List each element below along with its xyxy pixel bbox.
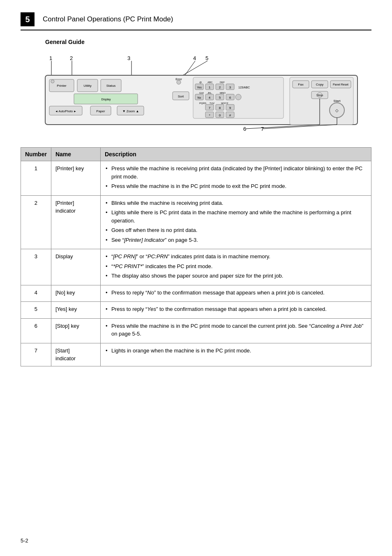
- list-item: Press to reply “Yes” to the confirmation…: [105, 305, 367, 313]
- svg-text:JKL: JKL: [208, 92, 212, 94]
- svg-text:Printer: Printer: [57, 84, 67, 88]
- svg-text:*: *: [209, 114, 210, 117]
- cell-name: [Yes] key: [51, 302, 100, 319]
- col-name: Name: [51, 148, 100, 161]
- svg-text:Panel Reset: Panel Reset: [333, 83, 348, 86]
- svg-text:DEF: DEF: [220, 81, 225, 83]
- control-panel-diagram: 1 2 3 4 5 Printer Utility Status: [37, 53, 371, 135]
- page-title: Control Panel Operations (PC Print Mode): [43, 15, 173, 23]
- svg-text:Fax: Fax: [298, 83, 303, 86]
- svg-text:Copy: Copy: [316, 83, 324, 86]
- chapter-number: 5: [21, 12, 35, 26]
- table-row: 6[Stop] keyPress while the machine is in…: [21, 318, 371, 343]
- table-row: 3Display“[PC PRN]” or “PC:PRN” indicates…: [21, 249, 371, 285]
- table-row: 7[Start]indicatorLights in orange when t…: [21, 343, 371, 366]
- svg-text:◄ Auto/Photo ►: ◄ Auto/Photo ►: [55, 110, 76, 113]
- svg-text:2: 2: [70, 55, 73, 61]
- svg-text:Paper: Paper: [96, 109, 105, 113]
- table-row: 1[Printer] keyPress while the machine is…: [21, 161, 371, 196]
- svg-text:@: @: [199, 81, 202, 83]
- svg-line-88: [263, 125, 337, 129]
- cell-description: Press to reply “Yes” to the confirmation…: [100, 302, 371, 319]
- list-item: See “[Printer] Indicator” on page 5-3.: [105, 236, 367, 244]
- cell-name: Display: [51, 249, 100, 285]
- list-item: Press to reply “No” to the confirmation …: [105, 289, 367, 297]
- svg-text:2: 2: [219, 86, 221, 89]
- svg-text:4: 4: [209, 96, 211, 100]
- cell-number: 7: [21, 343, 51, 366]
- list-item: “[PC PRN]” or “PC:PRN” indicates print d…: [105, 253, 367, 261]
- svg-line-86: [246, 125, 320, 129]
- table-row: 2[Printer]indicatorBlinks while the mach…: [21, 195, 371, 249]
- svg-text:1: 1: [49, 55, 52, 61]
- svg-text:Display: Display: [101, 98, 111, 101]
- list-item: Press while the machine is in the PC pri…: [105, 322, 367, 338]
- svg-text:1: 1: [209, 86, 211, 89]
- cell-number: 2: [21, 195, 51, 249]
- svg-text:Utility: Utility: [83, 84, 92, 88]
- table-row: 5[Yes] keyPress to reply “Yes” to the co…: [21, 302, 371, 319]
- svg-point-13: [51, 80, 54, 83]
- cell-name: [Printer] key: [51, 161, 100, 196]
- page-header: 5 Control Panel Operations (PC Print Mod…: [21, 12, 371, 30]
- cell-description: Press to reply “No” to the confirmation …: [100, 285, 371, 302]
- svg-text:6: 6: [229, 96, 231, 100]
- svg-text:Sort: Sort: [178, 95, 184, 98]
- svg-text:7: 7: [209, 106, 211, 110]
- cell-name: [Start]indicator: [51, 343, 100, 366]
- svg-text:9: 9: [229, 106, 231, 110]
- svg-text:GHI: GHI: [199, 92, 204, 94]
- cell-name: [No] key: [51, 285, 100, 302]
- svg-point-28: [177, 80, 181, 84]
- cell-description: Press while the machine is receiving pri…: [100, 161, 371, 196]
- svg-text:0: 0: [219, 114, 221, 117]
- svg-text:6: 6: [243, 126, 246, 132]
- svg-text:3: 3: [229, 86, 231, 89]
- table-header-row: Number Name Description: [21, 148, 371, 161]
- list-item: Press while the machine is in the PC pri…: [105, 182, 367, 190]
- svg-text:Yes: Yes: [197, 86, 202, 89]
- svg-text:MNO: MNO: [220, 92, 226, 94]
- svg-text:8: 8: [219, 106, 221, 110]
- svg-text:▼ Zoom ▲: ▼ Zoom ▲: [122, 109, 139, 113]
- col-number: Number: [21, 148, 51, 161]
- svg-point-54: [235, 94, 241, 100]
- svg-text:WXYZ: WXYZ: [221, 102, 228, 104]
- cell-number: 3: [21, 249, 51, 285]
- svg-text:PQRS: PQRS: [199, 102, 206, 104]
- svg-text:Error: Error: [175, 78, 182, 81]
- list-item: Blinks while the machine is receiving pr…: [105, 199, 367, 207]
- svg-text:No: No: [198, 96, 201, 99]
- cell-description: Blinks while the machine is receiving pr…: [100, 195, 371, 249]
- list-item: Lights in orange when the machine is in …: [105, 347, 367, 355]
- table-row: 4[No] keyPress to reply “No” to the conf…: [21, 285, 371, 302]
- cell-number: 6: [21, 318, 51, 343]
- svg-text:7: 7: [261, 126, 264, 132]
- panel-svg: 1 2 3 4 5 Printer Utility Status: [37, 53, 390, 135]
- cell-name: [Printer]indicator: [51, 195, 100, 249]
- list-item: Press while the machine is receiving pri…: [105, 164, 367, 181]
- cell-name: [Stop] key: [51, 318, 100, 343]
- cell-number: 5: [21, 302, 51, 319]
- section-title: General Guide: [45, 39, 371, 45]
- svg-text:Status: Status: [106, 84, 116, 88]
- description-table: Number Name Description 1[Printer] keyPr…: [21, 147, 371, 366]
- svg-text:123/ABC: 123/ABC: [238, 86, 250, 89]
- cell-number: 1: [21, 161, 51, 196]
- svg-text:TUV: TUV: [210, 102, 214, 104]
- svg-text:5: 5: [219, 96, 221, 100]
- page-footer: 5-2: [21, 537, 28, 544]
- cell-number: 4: [21, 285, 51, 302]
- svg-text:3: 3: [127, 55, 130, 61]
- svg-line-9: [183, 61, 208, 75]
- svg-text:Start: Start: [334, 99, 341, 103]
- list-item: The display also shows the paper source …: [105, 272, 367, 280]
- svg-text:#: #: [229, 114, 231, 117]
- cell-description: Lights in orange when the machine is in …: [100, 343, 371, 366]
- cell-description: Press while the machine is in the PC pri…: [100, 318, 371, 343]
- list-item: “*PC PRINT*” indicates the PC print mode…: [105, 262, 367, 271]
- svg-text:4: 4: [193, 55, 196, 61]
- svg-text:◇: ◇: [335, 108, 339, 113]
- list-item: Goes off when there is no print data.: [105, 226, 367, 234]
- list-item: Lights while there is PC print data in t…: [105, 208, 367, 225]
